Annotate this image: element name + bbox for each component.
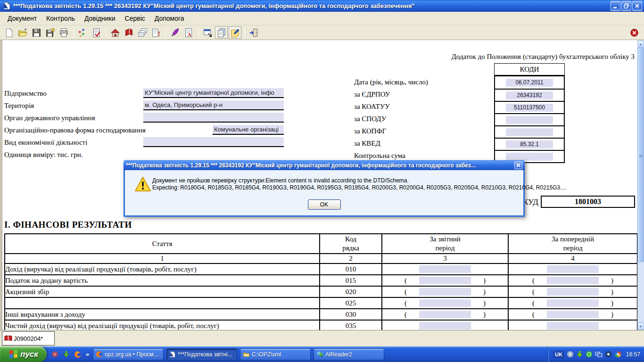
paren: ) bbox=[611, 311, 613, 319]
alreader-icon bbox=[316, 351, 323, 358]
kved-field[interactable]: 85.32.1 bbox=[506, 140, 553, 148]
taskbar-item-browser[interactable]: opz.org.ua • Просмо... bbox=[93, 348, 164, 361]
kud-label: КУД bbox=[523, 197, 538, 207]
authority-field[interactable] bbox=[143, 113, 284, 123]
download-manager-icon[interactable] bbox=[63, 351, 70, 358]
taskbar-item-tax-app[interactable]: ***Податкова звітні... bbox=[166, 348, 237, 361]
menu-directories[interactable]: Довідники bbox=[80, 13, 120, 24]
restore-button[interactable] bbox=[621, 1, 631, 11]
svg-text:!: ! bbox=[158, 30, 160, 37]
toolbar-separator bbox=[198, 27, 199, 38]
activity-label: Вид економічної діяльності bbox=[4, 139, 87, 147]
org-form-label: Організаційно-правова форма господарюван… bbox=[4, 126, 146, 134]
scroll-down-button[interactable]: ▼ bbox=[637, 322, 644, 330]
scroll-up-button[interactable]: ▲ bbox=[637, 40, 644, 48]
display-tray-icon[interactable] bbox=[595, 351, 603, 358]
paren: ( bbox=[405, 311, 407, 319]
value-field[interactable] bbox=[419, 288, 471, 296]
import-icon[interactable] bbox=[76, 26, 89, 39]
dialog-close-button[interactable] bbox=[514, 161, 522, 169]
sign-icon[interactable] bbox=[169, 26, 182, 39]
taskbar-item-folder[interactable]: C:\OPZ\xml bbox=[240, 348, 311, 361]
table-row: Акцизний збір 020 () () bbox=[5, 286, 637, 297]
value-field[interactable] bbox=[419, 277, 471, 284]
ok-button[interactable]: OK bbox=[308, 199, 341, 210]
value-field[interactable] bbox=[547, 322, 599, 329]
value-field[interactable] bbox=[547, 288, 599, 296]
value-field[interactable] bbox=[419, 322, 471, 329]
activity-tray-icon[interactable] bbox=[586, 351, 593, 358]
menu-control[interactable]: Контроль bbox=[41, 13, 80, 24]
taskbar-item-alreader[interactable]: AlReader2 bbox=[314, 348, 384, 361]
new-document-icon[interactable] bbox=[3, 26, 16, 39]
quick-launch-more[interactable]: » bbox=[86, 351, 89, 358]
code-row-koatuu: 5110137500 bbox=[495, 101, 564, 113]
spodu-field[interactable] bbox=[506, 116, 553, 124]
enterprise-field[interactable]: КУ"Міский центр гуманітарної допомоги, і… bbox=[143, 88, 284, 98]
window-title: ***Податкова звітність 1.29.15 *** 26343… bbox=[13, 2, 608, 9]
save-icon[interactable] bbox=[30, 26, 43, 39]
previous-tray-icon[interactable] bbox=[567, 351, 574, 358]
article-cell: Акцизний збір bbox=[5, 286, 320, 297]
document-audit-icon[interactable]: A bbox=[182, 26, 195, 39]
authority-label: Орган державного управління bbox=[4, 114, 95, 122]
koatuu-field[interactable]: 5110137500 bbox=[506, 104, 553, 112]
properties-icon[interactable] bbox=[201, 26, 214, 39]
color-tray-icon[interactable] bbox=[614, 351, 621, 358]
menu-help[interactable]: Допомога bbox=[150, 13, 189, 24]
preview-icon[interactable] bbox=[215, 26, 228, 39]
scrollbar-thumb[interactable] bbox=[637, 48, 644, 262]
checksum-field[interactable] bbox=[506, 153, 553, 161]
firefox-icon[interactable] bbox=[74, 351, 82, 358]
close-button[interactable] bbox=[632, 1, 642, 11]
save-as-icon[interactable] bbox=[44, 26, 57, 39]
taskbar-item-label: opz.org.ua • Просмо... bbox=[105, 351, 161, 358]
opera-icon[interactable] bbox=[51, 351, 58, 358]
dialog-message-line2: Expecting: R0180G4, R0185G3, R0185G4, R0… bbox=[152, 184, 567, 191]
paren: ( bbox=[405, 288, 407, 296]
home-icon[interactable] bbox=[109, 26, 122, 39]
activity-field[interactable] bbox=[143, 137, 284, 147]
kopfg-field[interactable] bbox=[506, 128, 553, 136]
article-cell[interactable] bbox=[5, 297, 320, 309]
date-field[interactable]: 06.07.2011 bbox=[506, 79, 553, 87]
territory-field[interactable]: м. Одеса, Приморський р-н bbox=[143, 100, 284, 110]
close-document-icon[interactable] bbox=[630, 29, 638, 37]
copy-cards-icon[interactable] bbox=[136, 26, 149, 39]
start-button[interactable]: пуск bbox=[0, 346, 47, 362]
value-field[interactable] bbox=[547, 277, 599, 284]
value-field[interactable] bbox=[419, 299, 471, 307]
org-form-field[interactable]: Комунальне організаці bbox=[213, 125, 284, 135]
notes-icon[interactable] bbox=[229, 26, 241, 39]
menu-service[interactable]: Сервіс bbox=[120, 13, 150, 24]
registry-book-icon[interactable] bbox=[123, 26, 135, 39]
value-field[interactable] bbox=[547, 265, 599, 273]
verify-document-icon[interactable] bbox=[90, 26, 103, 39]
edrpou-field[interactable]: 26343192 bbox=[506, 91, 553, 99]
exit-icon[interactable] bbox=[248, 26, 260, 39]
header-article: Стаття bbox=[5, 234, 320, 254]
table-index-row: 1 2 3 4 bbox=[5, 254, 637, 263]
code-cell: 010 bbox=[320, 263, 382, 275]
territory-label: Територія bbox=[4, 102, 34, 110]
download-tray-icon[interactable] bbox=[576, 351, 583, 358]
code-row-edrpou: 26343192 bbox=[495, 89, 564, 101]
header-prev-period: За попередній період bbox=[508, 234, 637, 254]
app-icon bbox=[3, 2, 11, 10]
value-field[interactable] bbox=[419, 311, 471, 318]
media-tray-icon[interactable] bbox=[605, 351, 612, 358]
open-folder-icon[interactable] bbox=[17, 26, 29, 39]
document-alert-icon[interactable]: ! bbox=[150, 26, 163, 39]
print-icon[interactable] bbox=[58, 26, 70, 39]
value-field[interactable] bbox=[547, 311, 599, 318]
value-field[interactable] bbox=[547, 299, 599, 307]
dialog-titlebar: ***Податкова звітність 1.29.15 *** 26343… bbox=[124, 160, 525, 170]
value-field[interactable] bbox=[419, 265, 471, 273]
document-tab[interactable]: J0900204* bbox=[2, 331, 55, 346]
validation-error-dialog: ***Податкова звітність 1.29.15 *** 26343… bbox=[124, 160, 525, 217]
language-indicator[interactable]: UK bbox=[553, 351, 564, 358]
paren: ) bbox=[611, 277, 613, 285]
minimize-button[interactable] bbox=[611, 1, 620, 11]
header-report-period: За звітний період bbox=[382, 234, 508, 254]
menu-document[interactable]: Документ bbox=[3, 13, 41, 24]
